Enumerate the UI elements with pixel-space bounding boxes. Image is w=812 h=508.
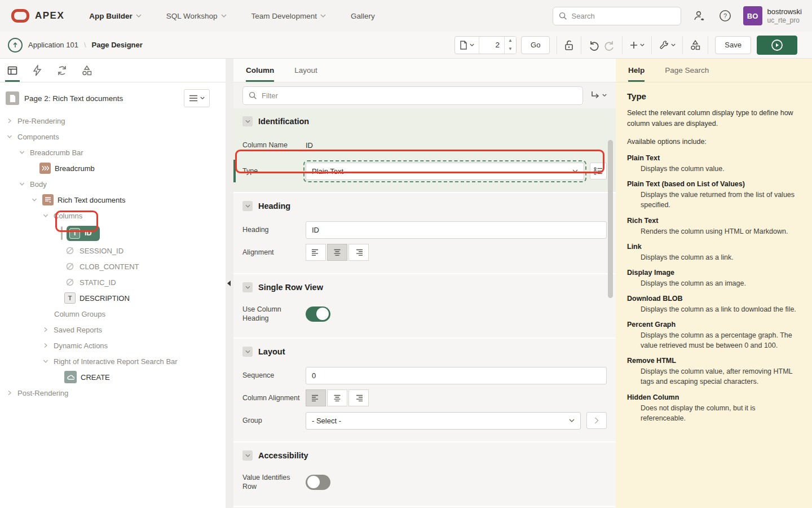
user-menu[interactable]: BO bostrowski uc_rte_pro — [743, 6, 802, 25]
save-button[interactable]: Save — [715, 36, 751, 54]
tree-node-description[interactable]: T DESCRIPTION — [0, 290, 226, 306]
sequence-input[interactable] — [306, 367, 607, 384]
tree-node-saved-reports[interactable]: Saved Reports — [0, 322, 226, 338]
chevron-right-icon[interactable] — [43, 343, 50, 348]
tree-node-dynamic-actions[interactable]: Dynamic Actions — [0, 338, 226, 353]
group-select[interactable]: - Select - — [306, 412, 581, 430]
menu-app-builder[interactable]: App Builder — [79, 7, 152, 25]
chevron-down-icon[interactable] — [43, 358, 50, 364]
tab-column[interactable]: Column — [238, 59, 282, 82]
chevron-down-icon[interactable] — [19, 150, 26, 155]
type-select[interactable]: Plain Text — [306, 163, 584, 180]
group-drilldown-button[interactable] — [586, 412, 607, 429]
tree-node-column-groups[interactable]: Column Groups — [0, 306, 226, 322]
tab-processing[interactable] — [50, 59, 74, 82]
field-sequence: Sequence — [242, 366, 607, 385]
tree-node-label: DESCRIPTION — [80, 294, 130, 303]
tree-node-columns[interactable]: Columns — [0, 208, 226, 224]
tab-help[interactable]: Help — [620, 59, 652, 82]
tree-node-post-rendering[interactable]: Post-Rendering — [0, 385, 226, 401]
help-desc: Displays the column as a percentage grap… — [641, 330, 801, 351]
top-navigation-bar: APEX App Builder SQL Workshop Team Devel… — [0, 0, 812, 32]
chevron-down-icon[interactable] — [7, 134, 14, 139]
tree-menu-button[interactable] — [184, 89, 210, 107]
collapse-section-button[interactable] — [242, 450, 253, 461]
tree-title: Page 2: Rich Text documents — [24, 94, 179, 103]
chevron-right-icon[interactable] — [7, 118, 14, 124]
menu-sql-workshop[interactable]: SQL Workshop — [156, 7, 237, 25]
chevron-right-icon[interactable] — [7, 390, 14, 396]
tree-node-components[interactable]: Components — [0, 129, 226, 144]
search-input[interactable] — [572, 12, 662, 20]
lock-button[interactable] — [564, 40, 574, 51]
chevron-down-icon[interactable] — [43, 213, 50, 218]
tree-node-rich-text-documents[interactable]: Rich Text documents — [0, 192, 226, 208]
tree-node-breadcrumb-bar[interactable]: Breadcrumb Bar — [0, 144, 226, 160]
chevron-down-icon — [245, 454, 250, 458]
utilities-menu-button[interactable] — [659, 40, 676, 50]
tab-dynamic-actions[interactable] — [25, 59, 50, 82]
create-menu-button[interactable] — [629, 41, 645, 50]
collapse-section-button[interactable] — [242, 201, 253, 211]
lightning-icon — [32, 65, 42, 76]
chevron-down-icon — [245, 286, 250, 290]
tree-node-label: Components — [17, 133, 59, 141]
page-finder-button[interactable] — [455, 37, 479, 54]
align-center-icon — [333, 395, 342, 402]
tab-page-shared-components[interactable] — [74, 59, 99, 82]
collapse-left-panel-handle[interactable] — [227, 281, 231, 286]
menu-team-development[interactable]: Team Development — [241, 7, 336, 25]
tree-node-create[interactable]: CREATE — [0, 369, 226, 385]
tab-page-search[interactable]: Page Search — [657, 59, 717, 82]
page-down-button[interactable]: ▼ — [505, 45, 516, 54]
run-page-button[interactable] — [757, 36, 797, 55]
tree-node-id-selected[interactable]: T ID — [0, 224, 226, 243]
align-right-button[interactable] — [348, 389, 369, 406]
shared-components-button[interactable] — [690, 40, 701, 51]
collapse-section-button[interactable] — [242, 282, 253, 292]
redo-button[interactable] — [604, 40, 615, 51]
page-number-input[interactable] — [479, 37, 504, 54]
tree-node-breadcrumb[interactable]: Breadcrumb — [0, 160, 226, 176]
align-left-button[interactable] — [306, 389, 326, 406]
tree-node-right-of-ir-search-bar[interactable]: Right of Interactive Report Search Bar — [0, 353, 226, 369]
align-center-button[interactable] — [327, 389, 347, 406]
tree-node-session-id[interactable]: SESSION_ID — [0, 243, 226, 259]
breadcrumb-application[interactable]: Application 101 — [28, 41, 78, 49]
app-home-icon[interactable] — [8, 38, 23, 52]
menu-gallery[interactable]: Gallery — [341, 7, 385, 25]
tree-node-clob-content[interactable]: CLOB_CONTENT — [0, 259, 226, 274]
heading-input[interactable] — [306, 221, 607, 239]
field-label: Group — [242, 416, 306, 425]
use-column-heading-toggle[interactable] — [306, 306, 330, 322]
tree-node-pre-rendering[interactable]: Pre-Rendering — [0, 113, 226, 129]
chevron-right-icon[interactable] — [43, 327, 50, 332]
align-right-button[interactable] — [348, 244, 369, 261]
go-to-group-button[interactable] — [590, 90, 607, 100]
editor-scroll-area: Identification Column Name ID Type Plain… — [233, 108, 616, 508]
type-quick-pick-button[interactable] — [590, 163, 607, 179]
selected-column-pill[interactable]: T ID — [67, 226, 100, 241]
help-button[interactable]: ? — [717, 8, 733, 24]
section-title: Identification — [258, 117, 309, 126]
collapse-section-button[interactable] — [242, 116, 253, 126]
tree-node-body[interactable]: Body — [0, 176, 226, 192]
admin-services-button[interactable] — [691, 8, 707, 24]
filter-input[interactable] — [262, 91, 577, 100]
value-identifies-row-toggle[interactable] — [306, 475, 330, 490]
vertical-scrollbar[interactable] — [608, 140, 613, 298]
field-label: Sequence — [242, 371, 306, 380]
chevron-down-icon[interactable] — [19, 181, 26, 187]
align-center-button[interactable] — [327, 244, 347, 261]
chevron-down-icon[interactable] — [32, 197, 38, 203]
collapse-section-button[interactable] — [242, 347, 253, 357]
tree-node-static-id[interactable]: STATIC_ID — [0, 274, 226, 290]
page-up-button[interactable]: ▲ — [505, 37, 516, 45]
undo-button[interactable] — [588, 40, 599, 51]
tab-layout[interactable]: Layout — [286, 59, 325, 82]
go-button[interactable]: Go — [521, 36, 550, 54]
apex-brand[interactable]: APEX — [0, 9, 79, 23]
tab-rendering[interactable] — [0, 59, 25, 82]
chevron-down-icon — [572, 169, 578, 173]
align-left-button[interactable] — [306, 244, 326, 261]
